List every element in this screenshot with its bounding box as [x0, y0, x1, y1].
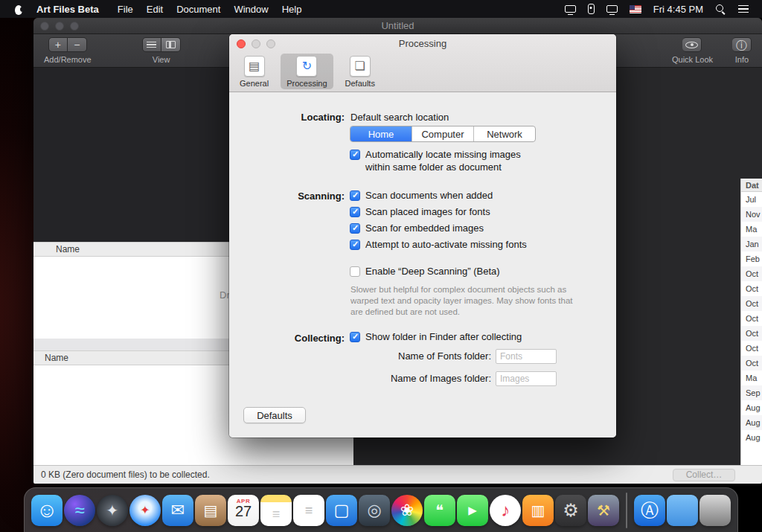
date-cell[interactable]: Oct	[741, 311, 762, 326]
show-folder-label: Show folder in Finder after collecting	[365, 330, 522, 343]
tab-glyph-icon: ↻	[302, 60, 312, 72]
add-button[interactable]: +	[48, 37, 68, 52]
view-group: View	[142, 37, 181, 67]
zoom-button[interactable]	[70, 22, 79, 31]
search-location-segment[interactable]: Computer	[412, 126, 473, 141]
books-icon[interactable]: ▥	[522, 495, 554, 526]
facetime-icon[interactable]: ▶	[457, 495, 488, 526]
date-cell[interactable]: Jan	[741, 237, 762, 251]
scanning-option-checkbox[interactable]	[350, 190, 360, 201]
contacts-icon[interactable]: ▤	[195, 495, 226, 526]
date-cell[interactable]: Aug	[741, 430, 762, 445]
menu-item[interactable]: File	[111, 4, 140, 15]
scanning-option-checkbox[interactable]	[350, 223, 360, 234]
notification-center-icon[interactable]	[738, 5, 749, 13]
dock-icon-glyph: ❀	[400, 502, 414, 519]
preferences-tabs: ▤ General ↻ Processing ❏ Defaults	[234, 54, 381, 89]
deep-scanning-checkbox[interactable]	[350, 266, 360, 277]
date-cell[interactable]: Aug	[741, 400, 762, 415]
dock-icon-glyph: ≡	[305, 504, 313, 517]
launchpad-icon[interactable]: ✦	[97, 495, 128, 526]
preferences-tab[interactable]: ▤ General	[234, 54, 275, 89]
finder-icon[interactable]: ☺	[31, 495, 63, 526]
spotlight-search-icon[interactable]	[715, 4, 726, 15]
scanning-option-checkbox[interactable]	[350, 207, 360, 217]
input-language-flag-icon[interactable]	[630, 5, 641, 13]
dock-icon-glyph: ✦	[106, 503, 119, 518]
preferences-tab[interactable]: ❏ Defaults	[339, 54, 381, 89]
siri-icon[interactable]: ≈	[64, 495, 95, 526]
deep-scanning-row: Enable “Deep Scanning” (Beta)	[350, 266, 500, 278]
search-location-segment[interactable]: Home	[350, 126, 412, 141]
mail-icon[interactable]: ✉	[162, 495, 193, 526]
auto-locate-checkbox[interactable]	[350, 150, 360, 160]
remove-button[interactable]: −	[68, 37, 87, 52]
close-button[interactable]	[40, 22, 49, 31]
tab-glyph-icon: ❏	[355, 60, 365, 72]
dock-icon-glyph: ▶	[468, 504, 477, 516]
preferences-tab-label: General	[240, 79, 269, 88]
dock-icon-glyph: ✉	[171, 502, 185, 519]
reminders-icon[interactable]: ≡	[293, 495, 324, 526]
defaults-button[interactable]: Defaults	[243, 407, 306, 423]
column-view-button[interactable]	[161, 37, 181, 52]
utility-app-icon[interactable]: ◎	[359, 495, 390, 526]
dock-icon-tile: ≡	[260, 495, 292, 526]
images-folder-field[interactable]	[496, 371, 557, 386]
dock-icon-glyph: ▢	[334, 502, 350, 519]
date-cell[interactable]: Jul	[741, 192, 762, 207]
date-cell[interactable]: Feb	[741, 251, 762, 266]
display-icon[interactable]	[606, 5, 618, 13]
date-cell[interactable]: Oct	[741, 281, 762, 296]
date-cell[interactable]: Sep	[741, 385, 762, 400]
scanning-option-label: Scan for embedded images	[365, 222, 484, 234]
dock-icon-tile: ✉	[162, 495, 193, 526]
safari-icon[interactable]: ✦	[129, 495, 161, 526]
info-button[interactable]: ⓘ	[732, 37, 752, 52]
date-cell[interactable]: Oct	[741, 356, 762, 371]
trash-icon[interactable]	[699, 495, 731, 526]
tools-app-icon[interactable]: ⚒	[588, 495, 619, 526]
dialog-title: Processing	[229, 34, 616, 53]
dock-icon-glyph: ⚒	[597, 503, 610, 518]
app-menu-title[interactable]: Art Files Beta	[31, 4, 105, 15]
scanning-option-checkbox[interactable]	[350, 240, 360, 250]
show-folder-checkbox[interactable]	[350, 332, 360, 342]
menu-item[interactable]: Help	[275, 4, 309, 15]
system-preferences-icon[interactable]: ⚙	[555, 495, 586, 526]
menu-item[interactable]: Edit	[140, 4, 170, 15]
airplay-display-icon[interactable]	[565, 5, 576, 13]
date-cell[interactable]: Ma	[741, 371, 762, 385]
fonts-folder-field[interactable]	[496, 349, 557, 364]
date-cell[interactable]: Oct	[741, 296, 762, 311]
window-title: Untitled	[381, 20, 414, 31]
menu-bar-clock[interactable]: Fri 4:45 PM	[653, 4, 703, 15]
menu-item[interactable]: Document	[170, 4, 227, 15]
menu-item[interactable]: Window	[227, 4, 275, 15]
app-window-icon[interactable]: ▢	[326, 495, 357, 526]
date-cell[interactable]: Oct	[741, 266, 762, 281]
list-view-button[interactable]	[142, 37, 161, 52]
collect-button[interactable]: Collect…	[673, 469, 735, 481]
dock-separator[interactable]	[621, 493, 633, 528]
date-cell[interactable]: Oct	[741, 341, 762, 356]
minimize-button[interactable]	[55, 22, 64, 31]
folder-icon[interactable]	[667, 495, 698, 526]
messages-icon[interactable]: ❝	[424, 495, 455, 526]
date-cell[interactable]: Nov	[741, 207, 762, 222]
apple-menu-icon[interactable]	[14, 4, 23, 15]
search-location-segment[interactable]: Network	[473, 126, 535, 141]
remote-tool-icon[interactable]	[588, 4, 595, 14]
date-cell[interactable]: Ma	[741, 222, 762, 237]
date-cell[interactable]: Oct	[741, 326, 762, 341]
quick-look-button[interactable]	[682, 37, 702, 52]
photos-icon[interactable]: ❀	[391, 495, 423, 526]
preferences-tab[interactable]: ↻ Processing	[281, 54, 333, 89]
app-store-icon[interactable]: Ⓐ	[634, 495, 665, 526]
dock-icon-tile: ≈	[64, 495, 95, 526]
itunes-icon[interactable]: ♪	[490, 495, 521, 526]
date-column-header[interactable]: Dat	[741, 179, 762, 192]
date-cell[interactable]: Aug	[741, 415, 762, 430]
calendar-icon[interactable]: APR 27	[228, 495, 259, 526]
notes-icon[interactable]: ≡	[260, 495, 292, 526]
